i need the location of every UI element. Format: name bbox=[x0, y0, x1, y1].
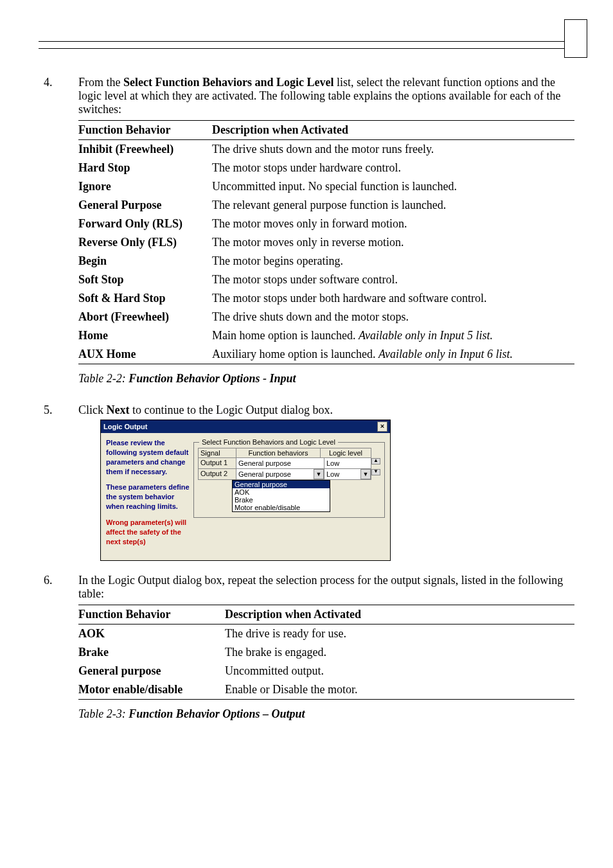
dialog-titlebar[interactable]: Logic Output × bbox=[101, 420, 390, 433]
chevron-down-icon[interactable]: ▼ bbox=[314, 469, 324, 479]
cell-fb: AOK bbox=[78, 624, 225, 644]
cell-fb-combo[interactable]: General purpose▼ bbox=[236, 469, 324, 480]
instr-p1: Please review the following system defau… bbox=[106, 438, 190, 476]
scroll-down-icon[interactable]: ▼ bbox=[371, 469, 380, 475]
grid-row-output2: Output 2 General purpose▼ Low▼ ▼ bbox=[198, 469, 380, 480]
table-row: Motor enable/disableEnable or Disable th… bbox=[78, 680, 574, 700]
cell-fb: AUX Home bbox=[78, 345, 212, 364]
step-6-number: 6. bbox=[39, 574, 78, 732]
cell-desc: The relevant general purpose function is… bbox=[212, 196, 574, 215]
cell-fb: Ignore bbox=[78, 177, 212, 196]
cell-desc: The motor begins operating. bbox=[212, 252, 574, 270]
cell-desc: The drive is ready for use. bbox=[225, 624, 574, 644]
caption-prefix: Table 2-2: bbox=[78, 372, 129, 385]
cell-ll-combo[interactable]: Low bbox=[324, 458, 371, 469]
cell-desc-text: Main home option is launched. bbox=[212, 329, 359, 342]
table-row: Forward Only (RLS)The motor moves only i… bbox=[78, 215, 574, 233]
table-row: BeginThe motor begins operating. bbox=[78, 252, 574, 270]
grid-head-ll: Logic level bbox=[321, 448, 371, 458]
step-4-body: From the Select Function Behaviors and L… bbox=[78, 76, 574, 397]
combo-value: Low bbox=[326, 470, 339, 478]
dropdown-option[interactable]: AOK bbox=[233, 488, 330, 496]
table-row: AUX HomeAuxiliary home option is launche… bbox=[78, 345, 574, 364]
cell-desc: Uncommitted input. No special function i… bbox=[212, 177, 574, 196]
dialog-title-text: Logic Output bbox=[103, 423, 147, 430]
grid-row-output1: Output 1 General purpose Low ▲ bbox=[198, 458, 380, 469]
combo-value: General purpose bbox=[238, 459, 291, 467]
instr-p3: Wrong parameter(s) will affect the safet… bbox=[106, 518, 190, 547]
cell-desc: Uncommitted output. bbox=[225, 662, 574, 680]
step-5-text-before: Click bbox=[78, 403, 107, 416]
dialog-instructions: Please review the following system defau… bbox=[106, 438, 193, 553]
step-6: 6. In the Logic Output dialog box, repea… bbox=[39, 574, 574, 732]
step-4-text-bold: Select Function Behaviors and Logic Leve… bbox=[123, 76, 334, 89]
table-row: Inhibit (Freewheel)The drive shuts down … bbox=[78, 140, 574, 159]
dialog-fieldset: Select Function Behaviors and Logic Leve… bbox=[193, 442, 385, 518]
cell-desc-text: Auxiliary home option is launched. bbox=[212, 348, 378, 360]
cell-fb: Soft Stop bbox=[78, 270, 212, 289]
table-row: IgnoreUncommitted input. No special func… bbox=[78, 177, 574, 196]
cell-desc: The motor stops under hardware control. bbox=[212, 159, 574, 177]
step-6-body: In the Logic Output dialog box, repeat t… bbox=[78, 574, 574, 732]
cell-ll-combo[interactable]: Low▼ bbox=[324, 469, 371, 480]
chevron-down-icon[interactable]: ▼ bbox=[360, 469, 371, 479]
logic-output-dialog: Logic Output × Please review the followi… bbox=[100, 420, 391, 561]
grid-header: Signal Function behaviors Logic level bbox=[198, 448, 380, 458]
table-row: Abort (Freewheel)The drive shuts down an… bbox=[78, 308, 574, 326]
cell-fb: Hard Stop bbox=[78, 159, 212, 177]
cell-signal: Output 2 bbox=[198, 469, 236, 480]
step-5-text-bold: Next bbox=[107, 403, 130, 416]
cell-signal: Output 1 bbox=[198, 458, 236, 469]
close-icon[interactable]: × bbox=[377, 421, 387, 432]
table-1-caption: Table 2-2: Function Behavior Options - I… bbox=[78, 372, 574, 385]
step-5-text-after: to continue to the Logic Output dialog b… bbox=[129, 403, 332, 416]
th-desc: Description when Activated bbox=[225, 605, 574, 624]
th-fb: Function Behavior bbox=[78, 605, 225, 624]
dropdown-option[interactable]: Brake bbox=[233, 496, 330, 504]
cell-desc: Enable or Disable the motor. bbox=[225, 680, 574, 700]
cell-fb: Begin bbox=[78, 252, 212, 270]
cell-desc: Main home option is launched. Available … bbox=[212, 326, 574, 345]
table-row: Reverse Only (FLS)The motor moves only i… bbox=[78, 233, 574, 252]
caption-prefix: Table 2-3: bbox=[78, 707, 129, 720]
cell-desc-em: Available only in Input 5 list. bbox=[359, 329, 493, 342]
step-5: 5. Click Next to continue to the Logic O… bbox=[39, 403, 574, 567]
step-4-text-before: From the bbox=[78, 76, 123, 89]
table-row: General PurposeThe relevant general purp… bbox=[78, 196, 574, 215]
table-2-caption: Table 2-3: Function Behavior Options – O… bbox=[78, 707, 574, 721]
header-corner-box bbox=[564, 19, 587, 58]
table-row: General purposeUncommitted output. bbox=[78, 662, 574, 680]
cell-desc: The motor stops under both hardware and … bbox=[212, 289, 574, 308]
cell-fb: General Purpose bbox=[78, 196, 212, 215]
step-4-number: 4. bbox=[39, 76, 78, 397]
cell-fb: Brake bbox=[78, 643, 225, 662]
fb-dropdown-list[interactable]: General purpose AOK Brake Motor enable/d… bbox=[232, 480, 330, 512]
cell-fb: Reverse Only (FLS) bbox=[78, 233, 212, 252]
cell-desc-em: Available only in Input 6 list. bbox=[378, 348, 513, 360]
cell-fb: Home bbox=[78, 326, 212, 345]
th-desc: Description when Activated bbox=[212, 121, 574, 140]
table-row: BrakeThe brake is engaged. bbox=[78, 643, 574, 662]
table-row: Soft & Hard StopThe motor stops under bo… bbox=[78, 289, 574, 308]
instr-p2: These parameters define the system behav… bbox=[106, 483, 190, 511]
step-6-text: In the Logic Output dialog box, repeat t… bbox=[78, 574, 563, 600]
cell-desc: The motor stops under software control. bbox=[212, 270, 574, 289]
header-rule-top bbox=[39, 41, 574, 42]
cell-fb: Motor enable/disable bbox=[78, 680, 225, 700]
table-input-behaviors: Function Behavior Description when Activ… bbox=[78, 120, 574, 364]
dropdown-option[interactable]: General purpose bbox=[233, 481, 330, 488]
cell-desc: Auxiliary home option is launched. Avail… bbox=[212, 345, 574, 364]
cell-fb-combo[interactable]: General purpose bbox=[236, 458, 324, 469]
dropdown-option[interactable]: Motor enable/disable bbox=[233, 504, 330, 511]
cell-desc: The drive shuts down and the motor runs … bbox=[212, 140, 574, 159]
scroll-up-icon[interactable]: ▲ bbox=[371, 458, 380, 465]
grid-head-signal: Signal bbox=[198, 448, 236, 458]
combo-value: Low bbox=[326, 459, 339, 467]
cell-fb: Inhibit (Freewheel) bbox=[78, 140, 212, 159]
table-row: HomeMain home option is launched. Availa… bbox=[78, 326, 574, 345]
cell-desc: The motor moves only in forward motion. bbox=[212, 215, 574, 233]
grid-head-fb: Function behaviors bbox=[236, 448, 321, 458]
combo-value: General purpose bbox=[238, 470, 291, 478]
table-row: AOKThe drive is ready for use. bbox=[78, 624, 574, 644]
header-rule-bottom bbox=[39, 48, 574, 49]
